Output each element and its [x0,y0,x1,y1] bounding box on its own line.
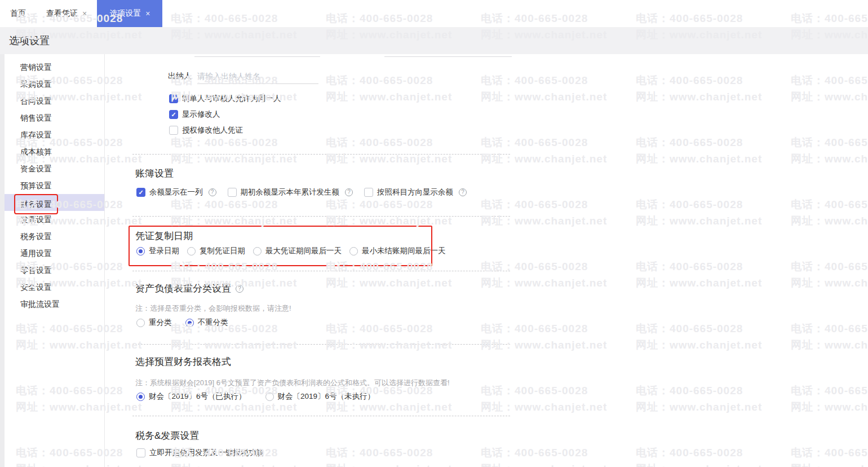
close-icon[interactable]: × [145,9,150,18]
sidebar-item-retail[interactable]: 零售设置 [5,262,104,279]
radio-reclassify[interactable]: 重分类 [136,318,172,328]
cashier-field-row: 出纳人 [168,68,318,85]
report-note: 注：系统根据财会[2019] 6号文预置了资产负债表和利润表的公式和格式。可以选… [135,378,450,388]
section-title-book-settings: 账簿设置 [135,167,174,180]
tab-home[interactable]: 首页 [0,0,36,27]
app-window: 首页 查看凭证 × 选项设置 × 选项设置 营销设置 采购设置 合同设置 销售设… [0,0,868,467]
book-settings-row: 余额显示在一列 期初余额显示本年累计发生额 按照科目方向显示余额 [136,187,467,197]
sidebar-item-sales[interactable]: 销售设置 [5,109,104,126]
dashed-divider [132,271,510,271]
radio-icon [136,393,145,401]
annotation-red-box-copy-date [129,226,432,266]
section-title-report-format: 选择预置财务报表格式 [135,355,231,368]
sidebar-item-finance[interactable]: 财务设置 [5,194,104,211]
cashier-label: 出纳人 [168,71,192,81]
checkbox-authorize-modify[interactable]: 授权修改他人凭证 [169,125,243,135]
checkbox-icon [169,110,178,119]
truncated-input-underline [384,56,512,57]
radio-icon [265,393,274,401]
help-icon[interactable] [209,188,216,196]
settings-sidebar: 营销设置 采购设置 合同设置 销售设置 库存设置 成本核算 资金设置 预算设置 … [5,54,105,467]
dashed-divider [132,416,510,416]
checkbox-icon [136,188,145,197]
radio-icon [185,319,194,327]
page-title: 选项设置 [9,34,50,47]
reclass-note: 注：选择是否重分类，会影响报税数据，请注意! [135,303,291,314]
radio-no-reclassify[interactable]: 不重分类 [185,318,228,328]
radio-caikuai-2019-not-executed[interactable]: 财会〔2019〕6号（未执行） [265,391,375,402]
tab-bar: 首页 查看凭证 × 选项设置 × [0,0,868,27]
dashed-divider [132,344,510,345]
tax-option-row: 立即开启使用发票及一键报税功能 [136,448,264,458]
sidebar-item-general[interactable]: 通用设置 [5,245,104,262]
radio-caikuai-2019-executed[interactable]: 财会〔2019〕6号（已执行） [136,391,246,402]
help-icon[interactable] [459,188,467,196]
sidebar-item-security[interactable]: 安全设置 [5,279,104,296]
sidebar-item-purchase[interactable]: 采购设置 [5,76,104,92]
checkbox-icon [169,126,178,135]
help-icon[interactable] [345,188,353,196]
sidebar-item-capital[interactable]: 资金设置 [5,160,104,177]
body-region: 营销设置 采购设置 合同设置 销售设置 库存设置 成本核算 资金设置 预算设置 … [0,54,868,467]
tab-label: 查看凭证 [46,8,78,19]
section-title-reclass: 资产负债表重分类设置 [135,282,243,295]
reclass-options-row: 重分类 不重分类 [136,318,228,328]
cashier-input[interactable] [197,68,318,84]
help-icon[interactable] [236,285,243,293]
sidebar-item-inventory[interactable]: 库存设置 [5,126,104,143]
report-options-row: 财会〔2019〕6号（已执行） 财会〔2019〕6号（未执行） [136,391,375,402]
checkbox-icon [228,188,237,197]
sidebar-item-tax[interactable]: 税务设置 [5,228,104,245]
sidebar-item-budget[interactable]: 预算设置 [5,177,104,194]
tab-view-voucher[interactable]: 查看凭证 × [36,0,97,27]
dashed-divider [132,154,510,155]
page-title-bar: 选项设置 [0,27,868,54]
tab-option-settings[interactable]: 选项设置 × [97,0,162,27]
sidebar-item-approval-flow[interactable]: 审批流设置 [5,296,104,312]
sidebar-item-cost[interactable]: 成本核算 [5,143,104,160]
voucher-option-row: 制单人与审核人允许为同一人 [169,94,281,104]
tab-label: 选项设置 [109,8,141,19]
checkbox-balance-one-column[interactable]: 余额显示在一列 [136,187,216,197]
checkbox-opening-balance-ytd[interactable]: 期初余额显示本年累计发生额 [228,187,353,197]
checkbox-show-modifier[interactable]: 显示修改人 [169,109,220,120]
voucher-option-row: 显示修改人 [169,109,220,120]
checkbox-icon [136,448,145,457]
voucher-option-row: 授权修改他人凭证 [169,125,243,135]
sidebar-item-contract[interactable]: 合同设置 [5,92,104,109]
sidebar-item-marketing[interactable]: 营销设置 [5,59,104,76]
checkbox-same-person[interactable]: 制单人与审核人允许为同一人 [169,94,281,104]
checkbox-enable-invoice-tax[interactable]: 立即开启使用发票及一键报税功能 [136,448,264,458]
checkbox-icon [169,94,178,103]
checkbox-icon [364,188,373,197]
checkbox-balance-by-direction[interactable]: 按照科目方向显示余额 [364,187,467,197]
truncated-input-underline [194,56,320,57]
dashed-divider [132,216,510,217]
close-icon[interactable]: × [82,9,87,18]
tab-label: 首页 [10,8,26,19]
radio-icon [136,319,145,327]
settings-content: 出纳人 制单人与审核人允许为同一人 显示修改人 授权修改他人凭证 [105,54,868,467]
section-title-tax-invoice: 税务&发票设置 [135,429,199,442]
